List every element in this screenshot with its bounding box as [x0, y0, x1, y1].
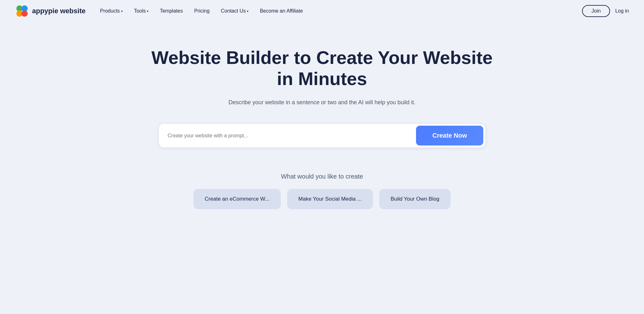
- chevron-down-icon: ▾: [121, 9, 123, 13]
- join-button[interactable]: Join: [582, 5, 610, 17]
- nav-item-affiliate[interactable]: Become an Affiliate: [255, 6, 307, 16]
- hero-section: Website Builder to Create Your Website i…: [0, 22, 644, 228]
- search-input[interactable]: [159, 124, 414, 147]
- logo-link[interactable]: appypie website: [15, 4, 86, 18]
- suggestion-card-blog[interactable]: Build Your Own Blog: [379, 189, 451, 209]
- svg-point-3: [21, 10, 28, 17]
- nav-links: Products ▾ Tools ▾ Templates Pricing Con…: [96, 6, 582, 16]
- suggestion-card-social[interactable]: Make Your Social Media ...: [287, 189, 373, 209]
- appypie-logo-icon: [15, 4, 29, 18]
- nav-actions: Join Log in: [582, 5, 629, 17]
- nav-item-tools[interactable]: Tools ▾: [130, 6, 153, 16]
- hero-subtitle: Describe your website in a sentence or t…: [229, 98, 415, 107]
- logo-text: appypie website: [32, 7, 86, 15]
- chevron-down-icon: ▾: [247, 9, 248, 13]
- nav-item-contact[interactable]: Contact Us ▾: [216, 6, 253, 16]
- suggestions-section: What would you like to create Create an …: [15, 173, 629, 209]
- chevron-down-icon: ▾: [147, 9, 148, 13]
- login-button[interactable]: Log in: [615, 8, 629, 14]
- nav-item-pricing[interactable]: Pricing: [190, 6, 214, 16]
- navbar: appypie website Products ▾ Tools ▾ Templ…: [0, 0, 644, 22]
- hero-title: Website Builder to Create Your Website i…: [149, 47, 495, 89]
- search-bar-container: Create Now: [158, 123, 486, 148]
- suggestions-title: What would you like to create: [281, 173, 363, 180]
- suggestion-card-ecommerce[interactable]: Create an eCommerce W...: [193, 189, 281, 209]
- nav-item-products[interactable]: Products ▾: [96, 6, 127, 16]
- nav-item-templates[interactable]: Templates: [155, 6, 187, 16]
- suggestion-cards: Create an eCommerce W... Make Your Socia…: [193, 189, 451, 209]
- create-now-button[interactable]: Create Now: [416, 126, 483, 146]
